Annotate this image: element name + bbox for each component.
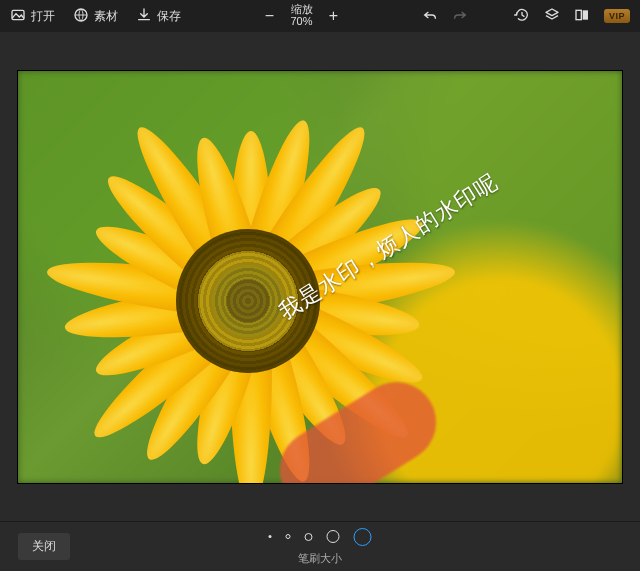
- close-button[interactable]: 关闭: [18, 533, 70, 560]
- compare-button[interactable]: [574, 7, 590, 26]
- vip-badge[interactable]: VIP: [604, 9, 630, 23]
- zoom-value: 70%: [290, 16, 312, 28]
- toolbar-right-group: VIP: [422, 7, 630, 26]
- layers-button[interactable]: [544, 7, 560, 26]
- download-icon: [136, 7, 152, 26]
- assets-label: 素材: [94, 8, 118, 25]
- history-button[interactable]: [514, 7, 530, 26]
- zoom-in-button[interactable]: +: [327, 7, 341, 25]
- brush-size-4[interactable]: [327, 530, 340, 543]
- open-icon: [10, 7, 26, 26]
- zoom-control: − 缩放 70% +: [185, 4, 418, 27]
- redo-button[interactable]: [452, 7, 468, 26]
- assets-button[interactable]: 素材: [73, 7, 118, 26]
- flower-illustration: [248, 301, 249, 302]
- brush-size-3[interactable]: [305, 533, 313, 541]
- save-button[interactable]: 保存: [136, 7, 181, 26]
- open-label: 打开: [31, 8, 55, 25]
- svg-rect-3: [583, 10, 588, 19]
- brush-size-1[interactable]: [269, 535, 272, 538]
- brush-size-picker: 笔刷大小: [269, 528, 372, 566]
- zoom-out-button[interactable]: −: [262, 7, 276, 25]
- brush-size-label: 笔刷大小: [298, 551, 342, 566]
- save-label: 保存: [157, 8, 181, 25]
- zoom-readout: 缩放 70%: [290, 4, 312, 27]
- undo-button[interactable]: [422, 7, 438, 26]
- brush-size-row: [269, 528, 372, 546]
- brush-size-2[interactable]: [286, 534, 291, 539]
- image-canvas[interactable]: 我是水印，烦人的水印呢: [18, 71, 622, 483]
- toolbar-left-group: 打开 素材 保存: [10, 7, 181, 26]
- open-button[interactable]: 打开: [10, 7, 55, 26]
- brush-size-5[interactable]: [354, 528, 372, 546]
- svg-rect-2: [576, 10, 581, 19]
- top-toolbar: 打开 素材 保存 − 缩放 70% +: [0, 0, 640, 32]
- bottom-bar: 关闭 笔刷大小: [0, 521, 640, 571]
- globe-icon: [73, 7, 89, 26]
- canvas-area: 我是水印，烦人的水印呢: [0, 32, 640, 521]
